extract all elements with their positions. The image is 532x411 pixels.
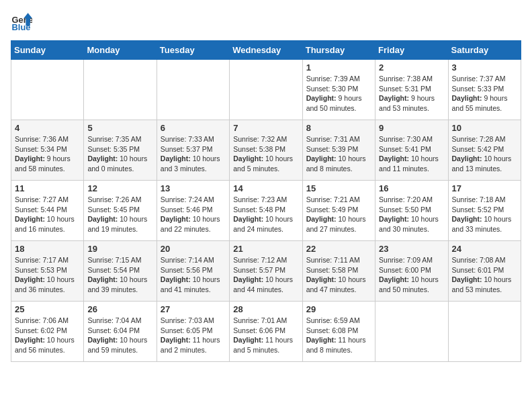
calendar-cell: 26Sunrise: 7:04 AMSunset: 6:04 PMDayligh… [84, 302, 157, 362]
calendar-cell: 27Sunrise: 7:03 AMSunset: 6:05 PMDayligh… [157, 302, 229, 362]
day-number: 18 [15, 244, 80, 254]
calendar-cell: 6Sunrise: 7:33 AMSunset: 5:37 PMDaylight… [157, 120, 229, 181]
day-number: 12 [87, 183, 152, 193]
day-number: 25 [15, 304, 80, 314]
day-info: Sunrise: 7:28 AMSunset: 5:42 PMDaylight:… [452, 134, 517, 174]
calendar-week-3: 11Sunrise: 7:27 AMSunset: 5:44 PMDayligh… [11, 181, 521, 241]
calendar-cell: 12Sunrise: 7:26 AMSunset: 5:45 PMDayligh… [84, 181, 157, 241]
day-info: Sunrise: 7:12 AMSunset: 5:57 PMDaylight:… [233, 255, 298, 295]
day-number: 17 [452, 183, 517, 193]
day-info: Sunrise: 7:04 AMSunset: 6:04 PMDaylight:… [87, 316, 152, 355]
day-number: 13 [161, 183, 226, 193]
calendar-cell: 23Sunrise: 7:09 AMSunset: 6:00 PMDayligh… [375, 241, 448, 302]
day-info: Sunrise: 7:15 AMSunset: 5:54 PMDaylight:… [87, 255, 152, 295]
day-number: 26 [87, 304, 152, 314]
day-number: 14 [233, 183, 298, 193]
day-info: Sunrise: 7:14 AMSunset: 5:56 PMDaylight:… [161, 255, 226, 295]
day-info: Sunrise: 7:20 AMSunset: 5:50 PMDaylight:… [379, 195, 444, 234]
day-number: 8 [306, 123, 371, 133]
day-info: Sunrise: 7:23 AMSunset: 5:48 PMDaylight:… [233, 195, 298, 234]
day-number: 9 [379, 123, 444, 133]
calendar-cell: 13Sunrise: 7:24 AMSunset: 5:46 PMDayligh… [157, 181, 229, 241]
day-number: 16 [379, 183, 444, 193]
calendar-cell: 29Sunrise: 6:59 AMSunset: 6:08 PMDayligh… [302, 302, 375, 362]
calendar-cell: 19Sunrise: 7:15 AMSunset: 5:54 PMDayligh… [84, 241, 157, 302]
day-number: 24 [452, 244, 517, 254]
calendar-cell: 17Sunrise: 7:18 AMSunset: 5:52 PMDayligh… [448, 181, 521, 241]
day-info: Sunrise: 7:33 AMSunset: 5:37 PMDaylight:… [161, 134, 226, 174]
calendar-cell: 4Sunrise: 7:36 AMSunset: 5:34 PMDaylight… [11, 120, 84, 181]
day-info: Sunrise: 7:37 AMSunset: 5:33 PMDaylight:… [452, 74, 517, 113]
calendar-cell: 10Sunrise: 7:28 AMSunset: 5:42 PMDayligh… [448, 120, 521, 181]
calendar-cell: 8Sunrise: 7:31 AMSunset: 5:39 PMDaylight… [302, 120, 375, 181]
calendar-cell: 3Sunrise: 7:37 AMSunset: 5:33 PMDaylight… [448, 60, 521, 120]
weekday-header-sunday: Sunday [11, 41, 84, 60]
calendar-cell: 22Sunrise: 7:11 AMSunset: 5:58 PMDayligh… [302, 241, 375, 302]
day-number: 2 [379, 62, 444, 73]
day-number: 29 [306, 304, 371, 314]
calendar-week-4: 18Sunrise: 7:17 AMSunset: 5:53 PMDayligh… [11, 241, 521, 302]
day-number: 11 [15, 183, 80, 193]
calendar-cell: 15Sunrise: 7:21 AMSunset: 5:49 PMDayligh… [302, 181, 375, 241]
day-number: 7 [233, 123, 298, 133]
calendar-cell: 14Sunrise: 7:23 AMSunset: 5:48 PMDayligh… [230, 181, 302, 241]
calendar-cell [84, 60, 157, 120]
calendar-cell: 18Sunrise: 7:17 AMSunset: 5:53 PMDayligh… [11, 241, 84, 302]
day-info: Sunrise: 7:39 AMSunset: 5:30 PMDaylight:… [306, 74, 371, 113]
day-info: Sunrise: 7:08 AMSunset: 6:01 PMDaylight:… [452, 255, 517, 295]
logo-icon: General Blue [11, 11, 32, 32]
calendar-week-1: 1Sunrise: 7:39 AMSunset: 5:30 PMDaylight… [11, 60, 521, 120]
calendar-cell [11, 60, 84, 120]
day-info: Sunrise: 7:31 AMSunset: 5:39 PMDaylight:… [306, 134, 371, 174]
logo: General Blue [11, 11, 38, 32]
calendar-cell [157, 60, 229, 120]
day-info: Sunrise: 7:36 AMSunset: 5:34 PMDaylight:… [15, 134, 80, 174]
calendar-cell: 2Sunrise: 7:38 AMSunset: 5:31 PMDaylight… [375, 60, 448, 120]
calendar-body: 1Sunrise: 7:39 AMSunset: 5:30 PMDaylight… [11, 60, 521, 362]
day-info: Sunrise: 7:01 AMSunset: 6:06 PMDaylight:… [233, 316, 298, 355]
day-info: Sunrise: 7:27 AMSunset: 5:44 PMDaylight:… [15, 195, 80, 234]
calendar-cell: 24Sunrise: 7:08 AMSunset: 6:01 PMDayligh… [448, 241, 521, 302]
day-number: 15 [306, 183, 371, 193]
day-info: Sunrise: 7:24 AMSunset: 5:46 PMDaylight:… [161, 195, 226, 234]
day-info: Sunrise: 6:59 AMSunset: 6:08 PMDaylight:… [306, 316, 371, 355]
day-number: 10 [452, 123, 517, 133]
day-number: 4 [15, 123, 80, 133]
weekday-header-row: SundayMondayTuesdayWednesdayThursdayFrid… [11, 41, 521, 60]
calendar-cell [230, 60, 302, 120]
day-info: Sunrise: 7:32 AMSunset: 5:38 PMDaylight:… [233, 134, 298, 174]
day-number: 22 [306, 244, 371, 254]
calendar-cell: 7Sunrise: 7:32 AMSunset: 5:38 PMDaylight… [230, 120, 302, 181]
calendar-table: SundayMondayTuesdayWednesdayThursdayFrid… [11, 40, 521, 362]
calendar-cell: 21Sunrise: 7:12 AMSunset: 5:57 PMDayligh… [230, 241, 302, 302]
weekday-header-saturday: Saturday [448, 41, 521, 60]
calendar-cell: 16Sunrise: 7:20 AMSunset: 5:50 PMDayligh… [375, 181, 448, 241]
calendar-cell: 1Sunrise: 7:39 AMSunset: 5:30 PMDaylight… [302, 60, 375, 120]
day-number: 28 [233, 304, 298, 314]
weekday-header-friday: Friday [375, 41, 448, 60]
calendar-cell: 20Sunrise: 7:14 AMSunset: 5:56 PMDayligh… [157, 241, 229, 302]
day-info: Sunrise: 7:18 AMSunset: 5:52 PMDaylight:… [452, 195, 517, 234]
calendar-cell [448, 302, 521, 362]
day-info: Sunrise: 7:11 AMSunset: 5:58 PMDaylight:… [306, 255, 371, 295]
weekday-header-monday: Monday [84, 41, 157, 60]
day-info: Sunrise: 7:26 AMSunset: 5:45 PMDaylight:… [87, 195, 152, 234]
calendar-cell: 11Sunrise: 7:27 AMSunset: 5:44 PMDayligh… [11, 181, 84, 241]
calendar-week-5: 25Sunrise: 7:06 AMSunset: 6:02 PMDayligh… [11, 302, 521, 362]
day-info: Sunrise: 7:38 AMSunset: 5:31 PMDaylight:… [379, 74, 444, 113]
day-number: 21 [233, 244, 298, 254]
day-number: 23 [379, 244, 444, 254]
day-number: 27 [161, 304, 226, 314]
day-number: 19 [87, 244, 152, 254]
day-info: Sunrise: 7:30 AMSunset: 5:41 PMDaylight:… [379, 134, 444, 174]
page-header: General Blue [11, 11, 521, 32]
calendar-cell: 28Sunrise: 7:01 AMSunset: 6:06 PMDayligh… [230, 302, 302, 362]
weekday-header-thursday: Thursday [302, 41, 375, 60]
day-info: Sunrise: 7:09 AMSunset: 6:00 PMDaylight:… [379, 255, 444, 295]
calendar-cell: 5Sunrise: 7:35 AMSunset: 5:35 PMDaylight… [84, 120, 157, 181]
day-info: Sunrise: 7:35 AMSunset: 5:35 PMDaylight:… [87, 134, 152, 174]
day-number: 1 [306, 62, 371, 73]
calendar-cell [375, 302, 448, 362]
day-info: Sunrise: 7:06 AMSunset: 6:02 PMDaylight:… [15, 316, 80, 355]
day-number: 20 [161, 244, 226, 254]
